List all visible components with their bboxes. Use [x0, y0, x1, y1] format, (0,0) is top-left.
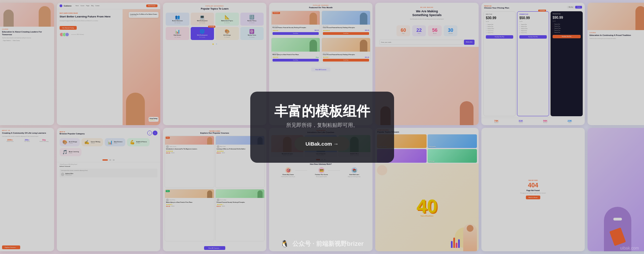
left-top-desc: Small text about education and leadershi… [2, 37, 52, 39]
topic-web: 💻 Web Development 15+ Courses [191, 13, 214, 26]
step-1-title: Choose Any Course [282, 174, 294, 175]
step-2-title: Purchase Your Course [315, 174, 328, 175]
topic-number: 🔢 Number Theory 5+ Courses [240, 13, 264, 26]
topic-img-2: Photography [428, 134, 477, 148]
explore-course-4: Dan Jonathan Personal Financial Security… [215, 189, 265, 241]
enroll-btn-1[interactable]: Enroll Now [273, 32, 319, 35]
category-art: 🎨 Art & Design 15 Items [60, 138, 80, 146]
featured-course-4: Daniel Stone Cross Personal Financial Se… [321, 38, 370, 63]
enroll-btn-2[interactable]: Enroll Now [323, 32, 369, 35]
card-pricing: PRICING PLAN Choose Your Pricing Plan Mo… [481, 3, 585, 125]
standard-plan-btn[interactable]: Purchase This Plan [519, 35, 547, 39]
card-browse-category: ABOUT US Browse Popular Category ‹ › 🎨 A… [57, 128, 160, 251]
featured-course-2: Grant Smith Cross Personal Financial Sec… [321, 11, 370, 36]
explore-course-3: New Daniel Elitsa Master iQuery in a Sho… [165, 189, 214, 241]
stat-seconds: 30 Seconds [444, 25, 457, 36]
card-landing: Guidance Home Course Pages Blog Contact … [57, 3, 160, 125]
basic-plan: BASIC PLAN $30.99 /month ✓ Feature One ✓… [483, 11, 516, 116]
stat-minutes: 56 Minutes [428, 25, 442, 36]
topic-nuclear: ⚛️ Nuclear Fision 3+ Courses [240, 27, 264, 40]
error-404: 404 [528, 182, 538, 188]
next-btn[interactable]: › [153, 131, 157, 135]
standard-plan: POPULAR STANDARD PLAN $50.99 /month ✓ Fe… [517, 11, 549, 116]
prev-btn[interactable]: ‹ [147, 131, 152, 135]
featured-course-1: BEGINNER Grant Smith Personal Finance: F… [271, 11, 320, 36]
category-music: 🎵 Music Learning 6 Items [60, 148, 81, 156]
card3-viewall[interactable]: View All Courses [311, 68, 330, 71]
step-1: 🎯 Choose Any Course Find the perfect cou… [281, 167, 295, 177]
card2-tag: POPULAR CATEGORIES [166, 5, 264, 7]
basic-plan-btn[interactable]: Purchase This Plan [486, 35, 513, 39]
right-top-tag: COURSE [590, 32, 644, 34]
view-all-courses-btn[interactable]: View All Courses → [204, 246, 225, 250]
enroll-btn-3[interactable]: Enroll Now [273, 59, 319, 62]
category-data: 📊 Data Science 8 Items [105, 138, 125, 146]
left-top-tag: COURSE [2, 29, 52, 30]
anniversary-number: 40 [416, 198, 437, 215]
left-bottom-desc: Lorem ipsum dolor sit amet, consectetur … [2, 136, 52, 137]
overlay-subtitle: 所见即所得，复制粘贴即可用。 [274, 122, 370, 129]
left-bottom-card: ABOUT US Creating A Community Of Life Lo… [0, 128, 54, 251]
topic-img-4: UX Design [428, 149, 477, 163]
stat-days: 60 Days [396, 25, 410, 36]
card4-heading: We Are MakingSomething Specials [378, 10, 476, 17]
enroll-btn-4[interactable]: Enroll Now [323, 59, 369, 62]
monthly-tab[interactable]: Monthly [567, 6, 574, 9]
category-career: ✍️ Career Writing 10 Items [81, 138, 103, 146]
right-top-card: COURSE Education In Continuing A Proud T… [588, 3, 644, 125]
card1-tag: MUST LEARN COURSE ONLINE [60, 13, 120, 14]
how-title: How Does Edulamp Work? [271, 163, 370, 165]
stat-verified: 200k+ Verified Course [2, 139, 18, 142]
left-top-card: COURSE Education Is About Creating Leade… [0, 3, 54, 125]
stat-hours: 22 Hours [412, 25, 426, 36]
step-2: 💳 Purchase Your Course Secure payment op… [315, 167, 328, 177]
left-top-title: Education Is About Creating Leaders For … [2, 31, 52, 36]
step-3: 📚 Great Start Learn Begin your learning … [348, 167, 361, 177]
featured-course-3: Linda Moore Master iQuery in a Short Per… [271, 38, 320, 63]
card1-hero-title: Start Better Learning Future From Here [60, 15, 120, 18]
overlay-title: 丰富的模板组件 [274, 104, 370, 119]
not-found-title: Page Not Found [527, 189, 540, 191]
card1-hero-desc: Learning the Engagement that offers and … [60, 20, 120, 22]
explore-course-1: Free James Lennon Introduction to Javasc… [165, 136, 214, 188]
card1-cta[interactable]: Get Started Today [60, 26, 77, 30]
stat-community: Big Student Community [36, 139, 52, 142]
topic-math: 📐 Mathematical Topics 8+ Courses [215, 13, 239, 26]
card7-title: Browse Popular Category [60, 133, 85, 135]
card3-tag: POPULAR COURSES [272, 5, 370, 6]
topic-human: 👥 Human Classroom 10+ Courses [166, 13, 189, 26]
left-bottom-tag: ABOUT US [2, 130, 52, 131]
not-found-desc: The page you are looking for might have … [520, 192, 546, 194]
yearly-tab[interactable]: Yearly [575, 6, 582, 9]
card1-logo: Guidance [64, 5, 72, 7]
premium-plan: PREMIUM PLAN $90.99 /month ✓ Feature One… [551, 11, 583, 116]
category-health: 💪 Health & Fitness 12 Items [127, 138, 150, 146]
card8-title: Explore Our Popular Courses [166, 132, 264, 134]
explore-btn[interactable]: Explore Courses → [2, 245, 20, 249]
subscribe-btn[interactable]: Subscribe [464, 40, 475, 45]
topic-webdev-highlight: 🌐 Web Development 15+ Courses POPULAR [191, 27, 214, 40]
card4-tag: WE ARE MAKING [378, 7, 476, 8]
email-input[interactable] [379, 40, 463, 45]
overlay-link[interactable]: UiBak.com → [294, 137, 350, 151]
overlay-modal: 丰富的模板组件 所见即所得，复制粘贴即可用。 UiBak.com → [250, 92, 394, 163]
premium-plan-btn[interactable]: Purchase This Plan [553, 35, 581, 38]
back-home-btn[interactable]: Back to Home [526, 196, 541, 199]
card-404: PAGE NOT FOUND 404 Page Not Found The pa… [481, 128, 585, 251]
step-3-title: Great Start Learn [349, 174, 359, 175]
topic-data: 📊 Data Science 12+ Courses [166, 27, 189, 40]
right-top-desc: Small text about continuing the proud ed… [590, 38, 644, 39]
right-top-title: Education In Continuing A Proud Traditio… [590, 34, 644, 37]
card3-title: Featured On This Month [272, 6, 370, 9]
card1-btn[interactable]: Start Course [146, 4, 157, 7]
right-bottom-card [588, 128, 644, 251]
card6-title: Choose Your Pricing Plan [484, 7, 509, 9]
left-bottom-title: Creating A Community Of Life Long Learne… [2, 132, 52, 135]
topic-art: 🎨 Art & Design 9+ Courses [215, 27, 239, 40]
stat-videos: 20k+ Free Videos [19, 139, 35, 142]
card2-title: Popular Topics To Learn [166, 8, 264, 10]
